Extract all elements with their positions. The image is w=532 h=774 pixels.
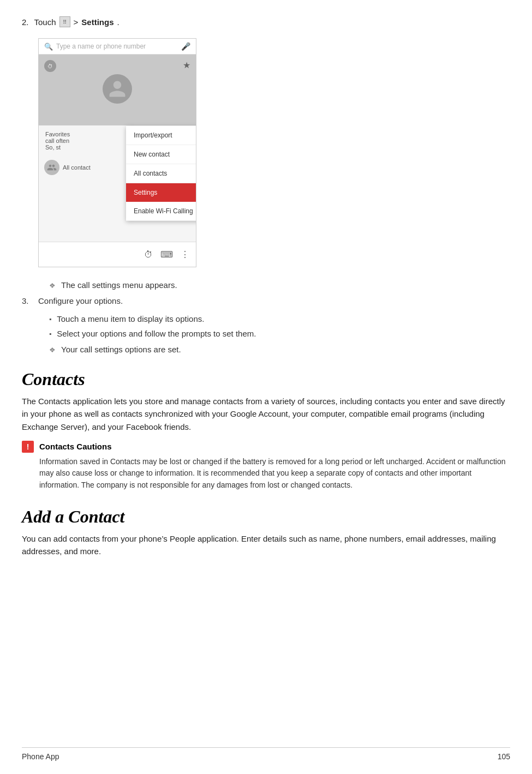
- contacts-heading-text: Contacts: [22, 369, 85, 389]
- clock-icon: ⏱: [44, 60, 56, 72]
- step-settings-label: Settings: [81, 17, 113, 27]
- page-footer: Phone App 105: [22, 747, 510, 761]
- step-2-line: 2. Touch ⠿ > Settings.: [22, 16, 510, 27]
- call-settings-set-text: Your call settings options are set.: [61, 345, 181, 354]
- phone-dropdown-menu: Import/export New contact All contacts S…: [126, 126, 196, 221]
- search-icon: 🔍: [44, 43, 53, 51]
- dropdown-enable-wifi-calling[interactable]: Enable Wi-Fi Calling: [126, 202, 196, 221]
- step-period: .: [117, 17, 119, 27]
- step-3-item: 3. Configure your options.: [22, 296, 510, 305]
- caution-icon-label: !: [27, 442, 29, 451]
- more-icon: ⋮: [181, 249, 189, 260]
- phone-bottom-bar: ⏱ ⌨ ⋮: [39, 242, 196, 267]
- diamond-bullet-icon-2: ❖: [49, 346, 56, 354]
- step3-label: Configure your options.: [38, 296, 123, 305]
- step-touch-label: Touch: [34, 17, 56, 27]
- search-placeholder-text: Type a name or phone number: [56, 43, 178, 50]
- sub-bullets-step3: ▪ Touch a menu item to display its optio…: [49, 314, 510, 338]
- settings-icon-box: ⠿: [59, 16, 70, 27]
- sub-bullet-1-text: Touch a menu item to display its options…: [57, 314, 204, 323]
- keypad-icon: ⌨: [160, 249, 173, 260]
- sub-bullet-1: ▪ Touch a menu item to display its optio…: [49, 314, 510, 323]
- footer-left-text: Phone App: [22, 752, 59, 761]
- square-bullet-2: ▪: [49, 330, 51, 338]
- bullet-item-set: ❖ Your call settings options are set.: [49, 345, 510, 354]
- sub-bullet-2-text: Select your options and follow the promp…: [57, 329, 256, 338]
- dropdown-import-export[interactable]: Import/export: [126, 126, 196, 145]
- step3-number: 3.: [22, 296, 33, 305]
- caution-body-text: Information saved in Contacts may be los…: [39, 456, 510, 491]
- footer-page-number: 105: [498, 752, 510, 761]
- contacts-body-text: The Contacts application lets you store …: [22, 395, 510, 433]
- add-contact-section-heading: Add a Contact: [22, 507, 510, 527]
- phone-avatar: [103, 74, 132, 104]
- phone-gray-area: ⏱ ★: [39, 55, 196, 125]
- favorites-text: Favoritescall oftenSo, st: [45, 131, 70, 151]
- sub-bullet-2: ▪ Select your options and follow the pro…: [49, 329, 510, 338]
- dropdown-settings[interactable]: Settings: [126, 183, 196, 202]
- phone-bottom-icons: ⏱ ⌨ ⋮: [144, 249, 196, 260]
- caution-box: ! Contacts Cautions Information saved in…: [22, 441, 510, 491]
- step-arrow: >: [74, 17, 79, 27]
- bullet-call-settings-set: ❖ Your call settings options are set.: [49, 345, 510, 354]
- add-contact-body-text: You can add contacts from your phone’s P…: [22, 532, 510, 558]
- avatar-icon: [107, 79, 127, 99]
- step-number: 2.: [22, 17, 29, 27]
- all-contacts-label: All contact: [63, 164, 91, 171]
- diamond-bullet-icon: ❖: [49, 281, 56, 290]
- allcontacts-avatar-icon: [44, 160, 59, 175]
- bullet-call-settings-appears: ❖ The call settings menu appears.: [49, 280, 510, 290]
- grid-icon: ⠿: [63, 19, 67, 25]
- phone-screenshot: 🔍 Type a name or phone number 🎤 ⏱ ★ Favo…: [38, 38, 196, 267]
- dropdown-new-contact[interactable]: New contact: [126, 145, 196, 164]
- add-contact-heading-text: Add a Contact: [22, 507, 124, 526]
- dropdown-all-contacts[interactable]: All contacts: [126, 164, 196, 183]
- star-icon: ★: [183, 60, 190, 70]
- phone-search-bar: 🔍 Type a name or phone number 🎤: [39, 39, 196, 55]
- call-settings-appears-text: The call settings menu appears.: [61, 280, 177, 290]
- phone-screenshot-wrapper: 🔍 Type a name or phone number 🎤 ⏱ ★ Favo…: [38, 38, 510, 267]
- mic-icon: 🎤: [181, 42, 190, 51]
- caution-icon: !: [22, 441, 34, 453]
- caution-title-text: Contacts Cautions: [39, 442, 112, 451]
- contacts-section-heading: Contacts: [22, 369, 510, 389]
- clock-bottom-icon: ⏱: [144, 250, 153, 260]
- bullet-item-call-settings: ❖ The call settings menu appears.: [49, 280, 510, 290]
- square-bullet-1: ▪: [49, 315, 51, 323]
- caution-header: ! Contacts Cautions: [22, 441, 510, 453]
- allcontacts-person-icon: [47, 163, 57, 172]
